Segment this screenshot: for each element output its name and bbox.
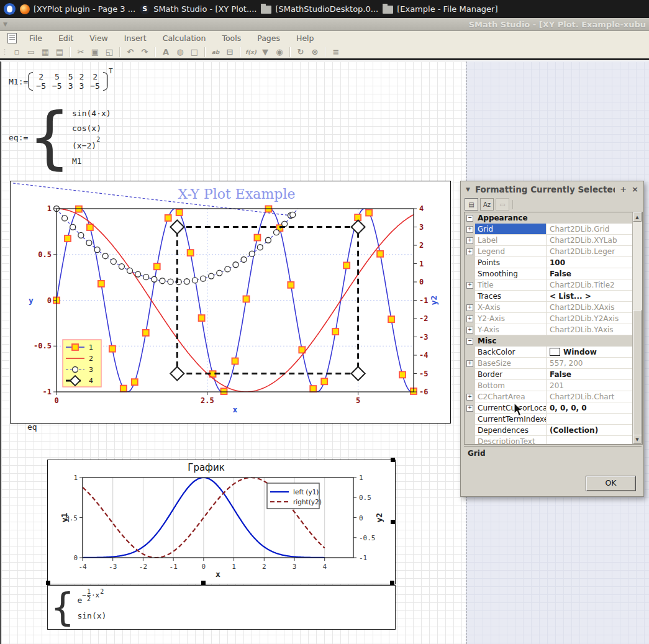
resize-handle-bottom-right[interactable] (390, 581, 394, 585)
categorized-view-icon[interactable]: ▤ (465, 198, 478, 211)
units-icon[interactable]: ab (209, 46, 222, 58)
taskbar-window-button[interactable]: [SMathStudioDesktop.0... (261, 4, 378, 14)
scroll-down-icon[interactable]: ▼ (633, 435, 642, 444)
collapse-box-icon[interactable]: − (466, 215, 473, 222)
fraction-icon[interactable]: ⊟ (224, 46, 236, 58)
property-row-currenttermindexes[interactable]: CurrentTermIndexes (465, 414, 642, 425)
expand-box-icon[interactable]: + (466, 237, 473, 244)
expand-box-icon[interactable]: + (466, 226, 473, 233)
matrix-definition[interactable]: M1:= 25522−5−533−5 T (9, 72, 112, 91)
save-icon[interactable]: ▦ (39, 46, 52, 58)
expand-box-icon[interactable]: + (466, 315, 473, 322)
property-value[interactable]: Chart2DLib.Chart (547, 391, 642, 402)
property-row-smoothing[interactable]: SmoothingFalse (465, 268, 642, 279)
xy-plot-chart[interactable]: 10.50-0.5-143210-1-2-3-4-5-602.55xyy2X-Y… (10, 181, 451, 424)
property-category-row[interactable]: −Misc (465, 335, 642, 347)
property-row-currentcursorlocati[interactable]: +CurrentCursorLocati0, 0, 0, 0 (465, 402, 642, 414)
property-row-backcolor[interactable]: BackColorWindow (465, 347, 642, 358)
resize-handle-right[interactable] (391, 520, 395, 524)
open-icon[interactable]: ▭ (25, 46, 37, 58)
property-row-grid[interactable]: +GridChart2DLib.Grid (465, 224, 642, 235)
undo-icon[interactable]: ↶ (124, 46, 137, 58)
taskbar-window-button[interactable]: [XYPlot plugin - Page 3 ... (20, 4, 135, 14)
property-value[interactable]: Chart2DLib.YAxis (547, 324, 642, 335)
property-row-points[interactable]: Points100 (465, 257, 642, 268)
property-row-label[interactable]: +LabelChart2DLib.XYLab (465, 235, 642, 246)
panel-titlebar[interactable]: ▼ Formatting Currently Selected + × (461, 181, 643, 197)
copy-icon[interactable]: ▣ (89, 46, 101, 58)
palette-icon[interactable]: ◍ (174, 46, 186, 58)
collapse-box-icon[interactable]: − (466, 338, 473, 345)
expand-box-icon[interactable]: + (466, 282, 473, 289)
taskbar-window-button[interactable]: SSMath Studio - [XY Plot.... (140, 4, 256, 14)
expand-box-icon[interactable]: + (466, 304, 473, 311)
equation-system-definition[interactable]: eq:= { sin(4·x)cos(x)(x−2)2M1 (9, 107, 111, 168)
formatting-panel[interactable]: ▼ Formatting Currently Selected + × ▤Az▭… (460, 181, 644, 497)
ok-button[interactable]: OK (586, 476, 636, 491)
property-value[interactable]: Chart2DLib.XYLab (547, 235, 642, 246)
taskbar-window-button[interactable]: [Example - File Manager] (383, 4, 497, 14)
property-row-dependences[interactable]: Dependences(Collection) (465, 425, 642, 436)
properties-icon[interactable]: ≡ (330, 46, 342, 58)
property-row-bottom[interactable]: Bottom201 (465, 380, 642, 391)
paste-icon[interactable]: ◱ (103, 46, 116, 58)
property-value[interactable]: (Collection) (547, 425, 642, 436)
function-icon[interactable]: f(x) (245, 46, 257, 58)
redo-icon[interactable]: ↷ (138, 46, 151, 58)
property-row-legend[interactable]: +LegendChart2DLib.Leger (465, 246, 642, 257)
scrollbar-thumb[interactable] (633, 310, 642, 436)
refresh-icon[interactable]: ↻ (294, 46, 307, 58)
window-collapse-icon[interactable]: ▼ (3, 21, 7, 27)
property-category-row[interactable]: −Appearance (465, 212, 642, 224)
property-value[interactable]: Chart2DLib.Grid (547, 224, 642, 235)
menu-pages[interactable]: Pages (257, 34, 280, 43)
grafik-chart[interactable]: 10.5010.50-0.5-1-4-3-2-101234xy1y2График… (47, 460, 396, 584)
menu-calculation[interactable]: Calculation (163, 34, 206, 43)
eq-reference-label[interactable]: eq (27, 422, 37, 432)
expand-box-icon[interactable]: + (466, 248, 473, 255)
menu-file[interactable]: File (29, 34, 42, 43)
property-row-c2chartarea[interactable]: +C2ChartAreaChart2DLib.Chart (465, 391, 642, 402)
property-value[interactable]: Chart2DLib.Title2 (547, 279, 642, 291)
property-value[interactable]: Window (547, 347, 642, 358)
property-row-basesize[interactable]: +BaseSize557, 200 (465, 358, 642, 369)
cut-icon[interactable]: ✂ (75, 46, 87, 58)
expand-box-icon[interactable]: + (466, 327, 473, 333)
menu-edit[interactable]: Edit (58, 34, 73, 43)
menu-help[interactable]: Help (296, 34, 314, 43)
window-titlebar[interactable]: ▼ SMath Studio - [XY Plot. Example-xubu (0, 18, 649, 31)
applications-menu-icon[interactable] (4, 3, 16, 15)
property-value[interactable]: 0, 0, 0, 0 (547, 402, 642, 414)
alphabetical-view-icon[interactable]: Az (480, 198, 494, 211)
expand-box-icon[interactable]: + (466, 360, 473, 367)
expand-box-icon[interactable]: + (466, 394, 473, 401)
property-row-x-axis[interactable]: +X-AxisChart2DLib.XAxis (465, 302, 642, 313)
scroll-up-icon[interactable]: ▲ (633, 212, 642, 222)
print-icon[interactable]: ▤ (53, 46, 66, 58)
resize-handle-bottom[interactable] (201, 581, 206, 585)
property-value[interactable]: 557, 200 (547, 358, 642, 369)
property-row-border[interactable]: BorderFalse (465, 369, 642, 380)
property-row-title[interactable]: +TitleChart2DLib.Title2 (465, 279, 642, 291)
font-icon[interactable]: A (160, 46, 172, 58)
property-value[interactable]: False (547, 369, 642, 380)
menu-insert[interactable]: Insert (124, 34, 147, 43)
panel-collapse-icon[interactable]: ▼ (466, 186, 470, 193)
property-value[interactable] (547, 436, 642, 445)
property-value[interactable]: < List... > (547, 291, 642, 302)
property-value[interactable]: Chart2DLib.XAxis (547, 302, 642, 313)
property-grid-scrollbar[interactable]: ▲ ▼ (632, 212, 642, 444)
property-row-traces[interactable]: Traces< List... > (465, 291, 642, 302)
resize-handle-top-right[interactable] (391, 458, 395, 462)
panel-close-icon[interactable]: × (632, 184, 638, 194)
property-grid[interactable]: −Appearance+GridChart2DLib.Grid+LabelCha… (464, 212, 643, 445)
property-value[interactable]: Chart2DLib.Leger (547, 246, 642, 257)
stop-icon[interactable]: ⊗ (309, 46, 321, 58)
property-row-descriptiontext[interactable]: DescriptionText (465, 436, 642, 445)
expand-box-icon[interactable]: + (466, 405, 473, 412)
property-value[interactable]: False (547, 268, 642, 279)
property-value[interactable]: 100 (547, 257, 642, 268)
bottom-equation-system[interactable]: { e−12·x2 sin(x) (47, 585, 396, 630)
property-row-y2-axis[interactable]: +Y2-AxisChart2DLib.Y2Axis (465, 313, 642, 324)
web-help-icon[interactable]: ◉ (273, 46, 286, 58)
